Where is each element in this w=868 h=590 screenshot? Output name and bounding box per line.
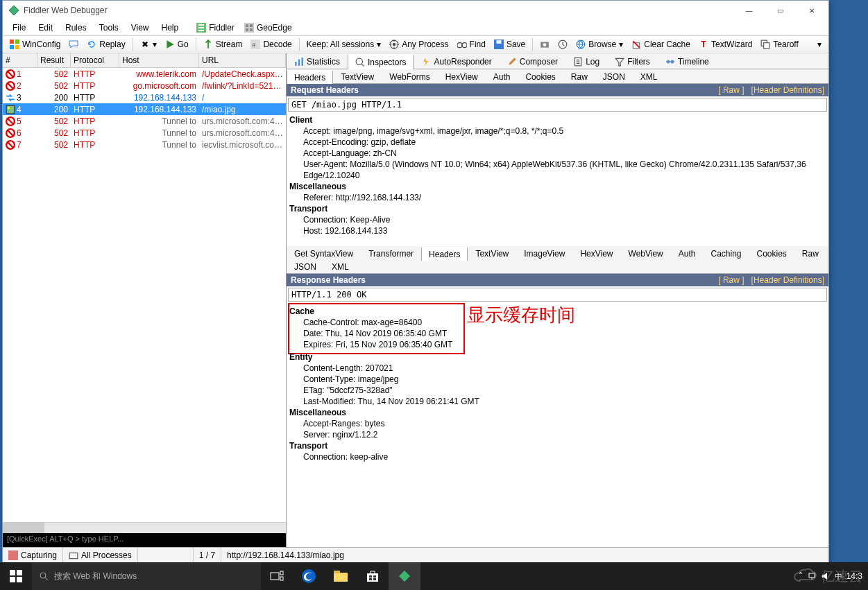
explorer-button[interactable]	[325, 562, 357, 590]
resptab-cookies[interactable]: Cookies	[749, 246, 794, 260]
session-row[interactable]: 2502HTTPgo.microsoft.com/fwlink/?LinkId=…	[3, 80, 286, 92]
sessions-body[interactable]: 1502HTTPwww.telerik.com/UpdateCheck.aspx…	[3, 68, 286, 522]
tab-timeline[interactable]: Timeline	[658, 53, 717, 69]
menu-file[interactable]: File	[7, 21, 31, 34]
tb-keep[interactable]: Keep: All sessions ▾	[304, 38, 384, 51]
session-row[interactable]: 4200HTTP192.168.144.133/miao.jpg	[3, 103, 286, 115]
resptab-textview[interactable]: TextView	[468, 246, 516, 260]
req-headerdefs-link[interactable]: [Header Definitions]	[751, 85, 824, 95]
tb-winconfig[interactable]: WinConfig	[7, 38, 63, 51]
tb-replay[interactable]: Replay	[84, 38, 128, 51]
request-headers-block[interactable]: Client Accept: image/png, image/svg+xml,…	[287, 113, 828, 241]
tb-timer[interactable]	[555, 38, 570, 51]
tb-browse[interactable]: Browse ▾	[573, 38, 626, 51]
req-raw-link[interactable]: [ Raw ]	[718, 85, 744, 95]
resptab-raw[interactable]: Raw	[794, 246, 826, 260]
fiddler-taskbar-button[interactable]	[389, 562, 420, 590]
tb-textwizard[interactable]: TTextWizard	[696, 38, 755, 51]
menu-fiddler[interactable]: Fiddler	[192, 21, 239, 34]
reqtab-webforms[interactable]: WebForms	[382, 69, 437, 83]
resptab-webview[interactable]: WebView	[621, 246, 671, 260]
camera-icon	[540, 40, 550, 49]
resptab-syntax[interactable]: Get SyntaxView	[287, 246, 361, 260]
menu-tools[interactable]: Tools	[94, 21, 124, 34]
tab-autoresponder[interactable]: AutoResponder	[414, 53, 499, 69]
tb-clearcache[interactable]: Clear Cache	[629, 38, 693, 51]
save-icon	[494, 40, 504, 49]
titlebar[interactable]: Fiddler Web Debugger — ▭ ✕	[3, 1, 828, 20]
tb-camera[interactable]	[537, 38, 552, 51]
resptab-xml[interactable]: XML	[324, 260, 357, 273]
menu-help[interactable]: Help	[156, 21, 185, 34]
session-row[interactable]: 3200HTTP192.168.144.133/	[3, 92, 286, 103]
tb-stream[interactable]: Stream	[201, 38, 246, 51]
sessions-hscroll[interactable]	[3, 522, 286, 533]
resp-raw-link[interactable]: [ Raw ]	[718, 275, 744, 285]
resptab-headers[interactable]: Headers	[421, 247, 468, 261]
maximize-button[interactable]: ▭	[765, 1, 796, 20]
svg-rect-48	[17, 577, 22, 582]
svg-marker-61	[399, 571, 410, 582]
reqtab-auth[interactable]: Auth	[486, 69, 518, 83]
resptab-transformer[interactable]: Transformer	[361, 246, 421, 260]
reqtab-hexview[interactable]: HexView	[438, 69, 486, 83]
resptab-imageview[interactable]: ImageView	[516, 246, 572, 260]
reqtab-textview[interactable]: TextView	[333, 69, 382, 83]
edge-button[interactable]	[293, 562, 325, 590]
menu-fiddler-label: Fiddler	[209, 23, 235, 33]
taskbar-search[interactable]: 搜索 Web 和 Windows	[32, 562, 261, 590]
resptab-hexview[interactable]: HexView	[572, 246, 620, 260]
response-line[interactable]: HTTP/1.1 200 OK	[288, 288, 827, 302]
tb-anyprocess[interactable]: Any Process	[386, 38, 451, 51]
req-user-agent: User-Agent: Mozilla/5.0 (Windows NT 10.0…	[289, 159, 826, 181]
close-button[interactable]: ✕	[796, 1, 827, 20]
tb-save[interactable]: Save	[491, 38, 528, 51]
status-processes[interactable]: All Processes	[63, 548, 138, 562]
resptab-caching[interactable]: Caching	[703, 246, 749, 260]
reqtab-json[interactable]: JSON	[595, 69, 633, 83]
tab-inspectors[interactable]: Inspectors	[348, 54, 414, 69]
resptab-auth[interactable]: Auth	[671, 246, 704, 260]
tb-more[interactable]: ▾	[815, 38, 824, 51]
col-host[interactable]: Host	[119, 53, 199, 67]
menu-edit[interactable]: Edit	[33, 21, 58, 34]
minimize-button[interactable]: —	[733, 1, 765, 20]
session-row[interactable]: 7502HTTPTunnel toiecvlist.microsoft.com:…	[3, 139, 286, 150]
reqtab-raw[interactable]: Raw	[563, 69, 595, 83]
tab-composer[interactable]: Composer	[500, 53, 565, 69]
reqtab-headers[interactable]: Headers	[287, 70, 333, 84]
quickexec[interactable]: [QuickExec] ALT+Q > type HELP...	[3, 533, 286, 547]
menu-rules[interactable]: Rules	[60, 21, 92, 34]
col-protocol[interactable]: Protocol	[71, 53, 119, 67]
session-row[interactable]: 5502HTTPTunnel tours.microsoft.com:443	[3, 115, 286, 127]
tab-log[interactable]: Log	[565, 53, 607, 69]
reqtab-xml[interactable]: XML	[633, 69, 665, 83]
response-headers-block[interactable]: Cache Cache-Control: max-age=86400 Date:…	[287, 303, 828, 547]
status-capturing[interactable]: Capturing	[3, 548, 63, 562]
tb-comment[interactable]	[66, 38, 81, 51]
tb-decode[interactable]: #Decode	[248, 38, 294, 51]
taskview-button[interactable]	[261, 562, 293, 590]
col-result[interactable]: Result	[37, 53, 71, 67]
tb-go[interactable]: Go	[162, 38, 192, 51]
session-row[interactable]: 6502HTTPTunnel tours.microsoft.com:443	[3, 127, 286, 139]
tab-statistics[interactable]: Statistics	[287, 53, 348, 69]
menu-geoedge[interactable]: GeoEdge	[240, 21, 296, 34]
tab-filters[interactable]: Filters	[607, 53, 658, 69]
resp-headerdefs-link[interactable]: [Header Definitions]	[751, 275, 824, 285]
menu-view[interactable]: View	[126, 21, 155, 34]
tb-find[interactable]: Find	[454, 38, 488, 51]
resptab-json[interactable]: JSON	[287, 260, 324, 273]
store-button[interactable]	[357, 562, 389, 590]
session-row[interactable]: 1502HTTPwww.telerik.com/UpdateCheck.aspx…	[3, 68, 286, 80]
tb-tearoff[interactable]: Tearoff	[758, 38, 801, 51]
col-idx[interactable]: #	[3, 53, 37, 67]
tb-remove[interactable]: ✖▾	[137, 38, 160, 51]
request-line[interactable]: GET /miao.jpg HTTP/1.1	[288, 98, 827, 112]
resp-expires: Expires: Fri, 15 Nov 2019 06:35:40 GMT	[289, 339, 452, 350]
reqtab-cookies[interactable]: Cookies	[518, 69, 563, 83]
svg-rect-5	[246, 28, 248, 31]
sessions-header[interactable]: # Result Protocol Host URL	[3, 53, 286, 68]
col-url[interactable]: URL	[199, 53, 286, 67]
start-button[interactable]	[0, 562, 32, 590]
